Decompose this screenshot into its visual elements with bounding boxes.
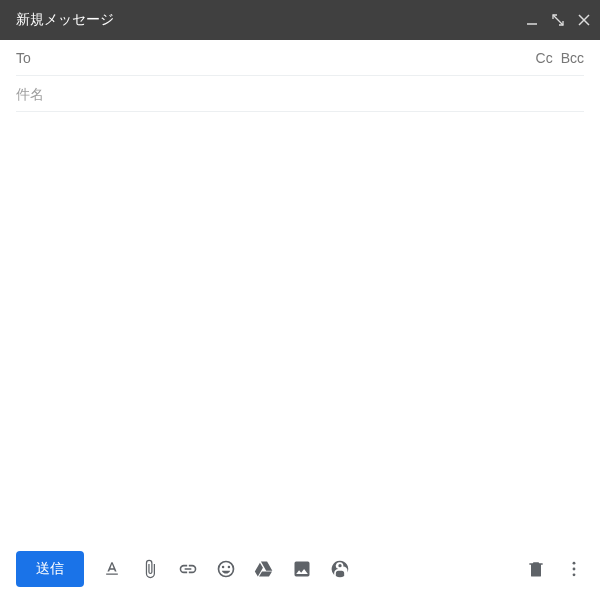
subject-field-row[interactable] <box>16 76 584 112</box>
svg-line-1 <box>553 15 563 25</box>
to-input[interactable] <box>37 50 536 66</box>
svg-point-4 <box>573 562 576 565</box>
window-controls <box>524 12 592 28</box>
more-options-icon[interactable] <box>564 559 584 579</box>
message-body[interactable] <box>0 112 600 543</box>
cc-button[interactable]: Cc <box>536 50 553 66</box>
link-icon[interactable] <box>178 559 198 579</box>
svg-point-5 <box>573 568 576 571</box>
titlebar: 新規メッセージ <box>0 0 600 40</box>
drive-icon[interactable] <box>254 559 274 579</box>
subject-input[interactable] <box>16 86 584 102</box>
svg-point-6 <box>573 573 576 576</box>
image-icon[interactable] <box>292 559 312 579</box>
to-label: To <box>16 50 31 66</box>
attach-icon[interactable] <box>140 559 160 579</box>
confidential-mode-icon[interactable] <box>330 559 350 579</box>
to-field-row[interactable]: To Cc Bcc <box>16 40 584 76</box>
send-button[interactable]: 送信 <box>16 551 84 587</box>
window-title: 新規メッセージ <box>16 11 524 29</box>
bcc-button[interactable]: Bcc <box>561 50 584 66</box>
fullscreen-button[interactable] <box>550 12 566 28</box>
discard-icon[interactable] <box>526 559 546 579</box>
formatting-icon[interactable] <box>102 559 122 579</box>
minimize-button[interactable] <box>524 12 540 28</box>
emoji-icon[interactable] <box>216 559 236 579</box>
compose-toolbar: 送信 <box>0 543 600 595</box>
close-button[interactable] <box>576 12 592 28</box>
